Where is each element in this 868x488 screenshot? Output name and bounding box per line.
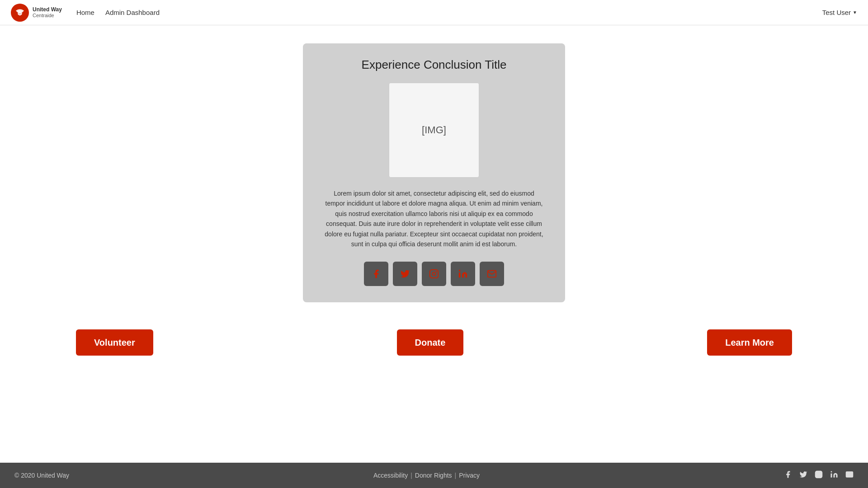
social-icons-group xyxy=(364,262,504,286)
nav-links: Home Admin Dashboard xyxy=(76,9,160,16)
logo-line2: Centraide xyxy=(33,13,62,18)
volunteer-button[interactable]: Volunteer xyxy=(76,329,153,356)
footer-donor-rights-link[interactable]: Donor Rights xyxy=(415,472,452,479)
footer-privacy-link[interactable]: Privacy xyxy=(459,472,480,479)
nav-user-caret: ▼ xyxy=(853,10,857,15)
nav-user-label: Test User xyxy=(822,9,851,16)
footer-sep-2: | xyxy=(455,472,457,479)
logo-link[interactable]: United Way Centraide xyxy=(11,4,62,22)
footer-sep-1: | xyxy=(410,472,412,479)
instagram-icon[interactable] xyxy=(422,262,446,286)
linkedin-icon[interactable] xyxy=(451,262,475,286)
navbar-left: United Way Centraide Home Admin Dashboar… xyxy=(11,4,160,22)
facebook-icon[interactable] xyxy=(364,262,388,286)
experience-card: Experience Conclusion Title [IMG] Lorem … xyxy=(303,43,565,302)
logo-icon xyxy=(11,4,29,22)
cta-section: Volunteer Donate Learn More xyxy=(9,311,859,374)
footer-accessibility-link[interactable]: Accessibility xyxy=(373,472,408,479)
logo-text: United Way Centraide xyxy=(33,7,62,18)
svg-point-7 xyxy=(817,473,820,476)
card-image: [IMG] xyxy=(389,83,479,178)
logo-line1: United Way xyxy=(33,7,62,13)
footer-linkedin-icon[interactable] xyxy=(830,470,838,481)
footer-social-icons xyxy=(784,470,854,481)
svg-rect-2 xyxy=(430,270,438,278)
footer-instagram-icon[interactable] xyxy=(815,470,823,481)
navbar: United Way Centraide Home Admin Dashboar… xyxy=(0,0,868,25)
learn-more-button[interactable]: Learn More xyxy=(707,329,792,356)
svg-point-9 xyxy=(831,471,832,472)
svg-point-3 xyxy=(432,272,435,276)
card-body-text: Lorem ipsum dolor sit amet, consectetur … xyxy=(325,188,543,249)
footer-facebook-icon[interactable] xyxy=(784,470,792,481)
footer-email-icon[interactable] xyxy=(845,470,854,481)
footer-links: Accessibility | Donor Rights | Privacy xyxy=(373,472,480,479)
main-content: Experience Conclusion Title [IMG] Lorem … xyxy=(0,25,868,463)
donate-button[interactable]: Donate xyxy=(397,329,464,356)
card-title: Experience Conclusion Title xyxy=(362,58,507,72)
twitter-icon[interactable] xyxy=(393,262,417,286)
svg-point-5 xyxy=(459,270,461,272)
footer-twitter-icon[interactable] xyxy=(799,470,807,481)
svg-point-8 xyxy=(820,472,821,473)
email-icon[interactable] xyxy=(480,262,504,286)
nav-admin-link[interactable]: Admin Dashboard xyxy=(105,9,160,16)
nav-home-link[interactable]: Home xyxy=(76,9,94,16)
nav-user-menu[interactable]: Test User ▼ xyxy=(822,9,857,16)
svg-point-4 xyxy=(436,271,437,272)
footer-copyright: © 2020 United Way xyxy=(14,472,69,479)
footer: © 2020 United Way Accessibility | Donor … xyxy=(0,463,868,488)
